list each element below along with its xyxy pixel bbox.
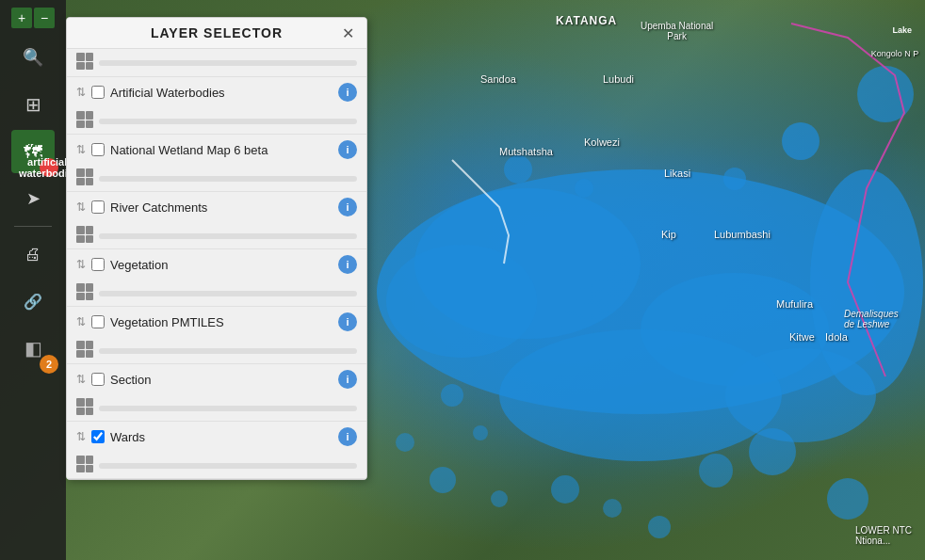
layer-row-wards: ⇅ Wards i xyxy=(67,422,366,479)
opacity-slider-section[interactable] xyxy=(99,406,357,411)
opacity-slider-wards[interactable] xyxy=(99,463,357,469)
info-btn-wetland[interactable]: i xyxy=(338,140,357,159)
layer-selector-panel: LAYER SELECTOR ✕ ⇅ Artificial Waterbodie… xyxy=(66,17,367,480)
checkbox-section[interactable] xyxy=(91,373,105,386)
remove-button[interactable]: − xyxy=(34,8,55,28)
texture-icon-partial xyxy=(76,53,93,70)
texture-icon-vegetation xyxy=(76,283,93,300)
opacity-slider-wetland[interactable] xyxy=(99,176,357,182)
navigate-icon: ➤ xyxy=(26,188,41,209)
texture-icon-wetland xyxy=(76,168,93,185)
toolbar-divider xyxy=(14,226,52,227)
layers-icon: ◧ xyxy=(24,337,42,360)
layer-name-vegetation: Vegetation xyxy=(110,258,333,272)
layer-row-vegetation-pmtiles: ⇅ Vegetation PMTILES i xyxy=(67,307,366,364)
info-btn-vegetation[interactable]: i xyxy=(338,255,357,274)
print-button[interactable]: 🖨 xyxy=(11,232,55,276)
print-icon: 🖨 xyxy=(24,245,41,264)
map-badge: artificial-waterbodies xyxy=(40,158,58,177)
search-icon: 🔍 xyxy=(23,47,43,68)
drag-icon-section: ⇅ xyxy=(76,373,86,386)
layer-row-section: ⇅ Section i xyxy=(67,364,366,422)
layer-row-vegetation: ⇅ Vegetation i xyxy=(67,249,366,307)
layer-row-partial xyxy=(67,49,366,77)
texture-icon-section xyxy=(76,398,93,415)
link-button[interactable]: 🔗 xyxy=(11,280,55,323)
checkbox-national-wetland[interactable] xyxy=(91,143,105,156)
add-remove-buttons: + − xyxy=(11,8,55,28)
opacity-slider-vegetation[interactable] xyxy=(99,291,357,296)
left-toolbar: + − 🔍 ⊞ 🗺 artificial-waterbodies ➤ 🖨 🔗 ◧… xyxy=(0,0,66,560)
search-button[interactable]: 🔍 xyxy=(11,36,55,79)
drag-icon-vegetation: ⇅ xyxy=(76,258,86,271)
link-icon: 🔗 xyxy=(24,293,42,311)
texture-icon-artificial xyxy=(76,111,93,128)
layer-name-section: Section xyxy=(110,373,333,387)
opacity-slider-river[interactable] xyxy=(99,233,357,239)
navigate-button[interactable]: ➤ xyxy=(11,177,55,220)
layer-row-river-catchments: ⇅ River Catchments i xyxy=(67,192,366,249)
info-btn-wards[interactable]: i xyxy=(338,427,357,446)
opacity-slider-partial[interactable] xyxy=(99,60,357,66)
layers-button[interactable]: ◧ 2 xyxy=(11,327,55,370)
opacity-slider-artificial[interactable] xyxy=(99,119,357,124)
layers-box-button[interactable]: ⊞ xyxy=(11,83,55,126)
texture-icon-river xyxy=(76,226,93,243)
layer-name-national-wetland: National Wetland Map 6 beta xyxy=(110,143,333,157)
checkbox-artificial-waterbodies[interactable] xyxy=(91,86,105,99)
texture-icon-veg-pm xyxy=(76,341,93,358)
checkbox-wards[interactable] xyxy=(91,430,105,443)
map-button[interactable]: 🗺 artificial-waterbodies xyxy=(11,130,55,173)
layer-selector-title: LAYER SELECTOR xyxy=(151,25,283,40)
checkbox-vegetation-pmtiles[interactable] xyxy=(91,315,105,328)
layers-badge: 2 xyxy=(40,355,58,374)
drag-icon-wards: ⇅ xyxy=(76,430,86,443)
layers-box-icon: ⊞ xyxy=(25,93,41,116)
info-btn-river[interactable]: i xyxy=(338,198,357,216)
drag-icon-veg-pm: ⇅ xyxy=(76,315,86,328)
layer-name-vegetation-pmtiles: Vegetation PMTILES xyxy=(110,315,333,329)
layer-name-artificial-waterbodies: Artificial Waterbodies xyxy=(110,86,333,100)
add-button[interactable]: + xyxy=(11,8,32,28)
info-btn-veg-pm[interactable]: i xyxy=(338,312,357,331)
info-btn-artificial[interactable]: i xyxy=(338,83,357,102)
texture-icon-wards xyxy=(76,456,93,472)
layer-selector-header: LAYER SELECTOR ✕ xyxy=(67,18,366,49)
drag-icon-river: ⇅ xyxy=(76,200,86,214)
layer-row-artificial-waterbodies: ⇅ Artificial Waterbodies i xyxy=(67,77,366,135)
layer-row-national-wetland: ⇅ National Wetland Map 6 beta i xyxy=(67,135,366,192)
drag-icon-artificial: ⇅ xyxy=(76,86,86,99)
layer-name-wards: Wards xyxy=(110,430,333,444)
info-btn-section[interactable]: i xyxy=(338,370,357,389)
layer-name-river-catchments: River Catchments xyxy=(110,200,333,215)
close-button[interactable]: ✕ xyxy=(336,22,359,44)
drag-icon-wetland: ⇅ xyxy=(76,143,86,156)
checkbox-river-catchments[interactable] xyxy=(91,200,105,214)
opacity-slider-veg-pm[interactable] xyxy=(99,348,357,354)
checkbox-vegetation[interactable] xyxy=(91,258,105,271)
